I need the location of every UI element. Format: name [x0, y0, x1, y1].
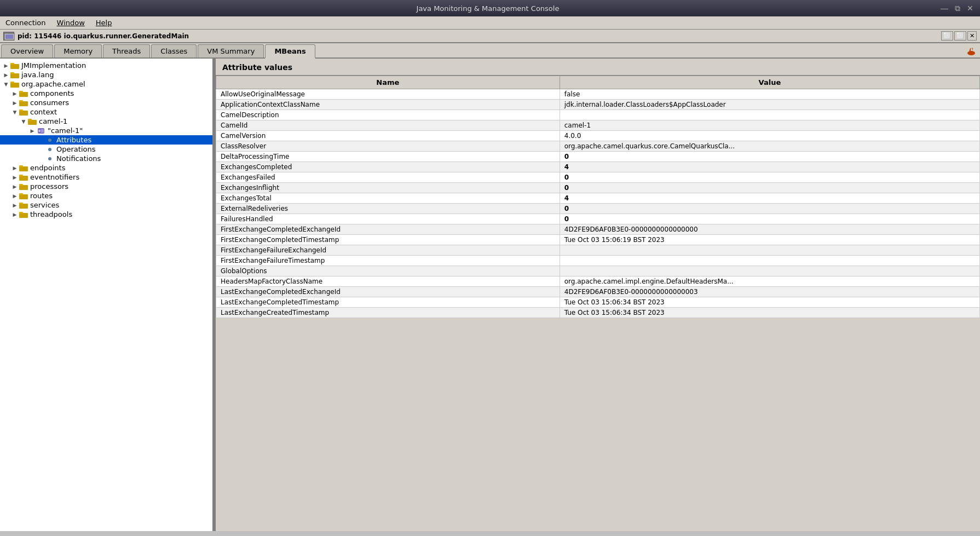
attr-value: 4D2FE9D6AF0B3E0-0000000000000003 [560, 287, 979, 297]
tree-item-components[interactable]: ▶components [0, 89, 212, 98]
tree-item-services[interactable]: ▶services [0, 200, 212, 210]
tree-item-routes[interactable]: ▶routes [0, 191, 212, 200]
table-row[interactable]: ApplicationContextClassNamejdk.internal.… [216, 100, 980, 110]
attr-name: FailuresHandled [216, 214, 560, 224]
attr-name: FirstExchangeFailureTimestamp [216, 256, 560, 266]
window-title: Java Monitoring & Management Console [37, 4, 938, 13]
table-row[interactable]: LastExchangeCompletedExchangeId4D2FE9D6A… [216, 287, 980, 297]
table-row[interactable]: FirstExchangeCompletedTimestampTue Oct 0… [216, 235, 980, 245]
menu-window[interactable]: Window [54, 18, 88, 28]
attr-value: 0 [560, 214, 979, 224]
tree-item-operations[interactable]: Operations [0, 145, 212, 154]
tree-item-endpoints[interactable]: ▶endpoints [0, 163, 212, 172]
attr-value: 4.0.0 [560, 131, 979, 141]
tab-classes[interactable]: Classes [151, 44, 197, 57]
attr-value: 0 [560, 172, 979, 183]
svg-point-24 [48, 157, 51, 160]
table-row[interactable]: DeltaProcessingTime0 [216, 152, 980, 162]
menu-help[interactable]: Help [93, 18, 116, 28]
svg-rect-28 [19, 175, 23, 176]
table-row[interactable]: FirstExchangeCompletedExchangeId4D2FE9D6… [216, 224, 980, 235]
table-row[interactable]: GlobalOptions [216, 266, 980, 276]
close-button[interactable]: ✕ [965, 3, 976, 14]
svg-rect-36 [19, 212, 23, 214]
close-small-button[interactable]: ✕ [967, 31, 977, 41]
attr-name: ClassResolver [216, 141, 560, 152]
table-row[interactable]: FailuresHandled0 [216, 214, 980, 224]
tree-item-eventnotifiers[interactable]: ▶eventnotifiers [0, 172, 212, 182]
svg-rect-9 [19, 92, 28, 97]
tree-item-context[interactable]: ▼context [0, 107, 212, 117]
tab-memory[interactable]: Memory [54, 44, 102, 57]
connection-icon [3, 32, 14, 41]
tree-icon-operations [45, 146, 55, 153]
table-row[interactable]: ExchangesCompleted4 [216, 162, 980, 172]
tree-item-camel-1[interactable]: ▼camel-1 [0, 117, 212, 126]
tree-panel[interactable]: ▶JMImplementation▶java.lang▼org.apache.c… [0, 59, 214, 531]
table-row[interactable]: CamelVersion4.0.0 [216, 131, 980, 141]
table-row[interactable]: ExchangesInflight0 [216, 183, 980, 193]
tree-label-components: components [30, 89, 74, 97]
attribute-table-container[interactable]: Name Value AllowUseOriginalMessagefalseA… [216, 76, 980, 531]
tree-toggle-org-apache-camel: ▼ [2, 82, 10, 87]
tree-item-consumers[interactable]: ▶consumers [0, 98, 212, 107]
tab-vm-summary[interactable]: VM Summary [198, 44, 264, 57]
attr-value: 4 [560, 193, 979, 204]
minimize-button[interactable]: — [938, 3, 950, 14]
tree-label-attributes: Attributes [56, 136, 91, 144]
svg-rect-12 [19, 100, 23, 102]
attr-name: CamelDescription [216, 110, 560, 120]
attr-name: LastExchangeCompletedTimestamp [216, 297, 560, 308]
table-row[interactable]: LastExchangeCreatedTimestampTue Oct 03 1… [216, 308, 980, 318]
tree-label-jmimplementation: JMImplementation [21, 61, 86, 70]
tree-toggle-endpoints: ▶ [11, 165, 19, 171]
table-row[interactable]: FirstExchangeFailureTimestamp [216, 256, 980, 266]
attr-name: ExternalRedeliveries [216, 204, 560, 214]
tree-item-org-apache-camel[interactable]: ▼org.apache.camel [0, 79, 212, 89]
tree-item-processors[interactable]: ▶processors [0, 182, 212, 191]
table-row[interactable]: ClassResolverorg.apache.camel.quarkus.co… [216, 141, 980, 152]
tree-item-camel-1-bean[interactable]: ▶"camel-1" [0, 126, 212, 135]
tree-item-java-lang[interactable]: ▶java.lang [0, 70, 212, 79]
attr-value: 0 [560, 152, 979, 162]
maximize-small-button[interactable]: ⬜ [954, 31, 966, 41]
tab-bar: Overview Memory Threads Classes VM Summa… [0, 43, 980, 59]
svg-point-22 [48, 139, 51, 142]
table-row[interactable]: CamelIdcamel-1 [216, 120, 980, 131]
tab-mbeans[interactable]: MBeans [265, 44, 315, 59]
restore-small-button[interactable]: ⬜ [941, 31, 953, 41]
attr-name: LastExchangeCompletedExchangeId [216, 287, 560, 297]
tree-item-jmimplementation[interactable]: ▶JMImplementation [0, 61, 212, 70]
tab-threads[interactable]: Threads [103, 44, 150, 57]
tree-label-java-lang: java.lang [21, 71, 54, 79]
attr-name: ExchangesCompleted [216, 162, 560, 172]
table-row[interactable]: ExchangesFailed0 [216, 172, 980, 183]
attr-name: FirstExchangeCompletedExchangeId [216, 224, 560, 235]
svg-rect-26 [19, 165, 23, 167]
table-row[interactable]: CamelDescription [216, 110, 980, 120]
window-controls[interactable]: — ⧉ ✕ [938, 3, 976, 14]
tab-overview[interactable]: Overview [1, 44, 53, 57]
table-row[interactable]: AllowUseOriginalMessagefalse [216, 89, 980, 100]
svg-rect-15 [28, 120, 37, 125]
col-value-header: Value [560, 76, 979, 89]
tree-item-attributes[interactable]: Attributes [0, 135, 212, 145]
table-row[interactable]: HeadersMapFactoryClassNameorg.apache.cam… [216, 276, 980, 287]
attribute-table: Name Value AllowUseOriginalMessagefalseA… [216, 76, 980, 318]
table-row[interactable]: FirstExchangeFailureExchangeId [216, 245, 980, 256]
tree-label-consumers: consumers [30, 99, 69, 107]
tree-item-notifications[interactable]: Notifications [0, 154, 212, 163]
svg-point-23 [48, 148, 51, 151]
restore-button[interactable]: ⧉ [953, 3, 962, 14]
svg-rect-1 [5, 34, 13, 39]
table-row[interactable]: LastExchangeCompletedTimestampTue Oct 03… [216, 297, 980, 308]
attr-value: 4 [560, 162, 979, 172]
table-row[interactable]: ExternalRedeliveries0 [216, 204, 980, 214]
table-row[interactable]: ExchangesTotal4 [216, 193, 980, 204]
connection-buttons[interactable]: ⬜ ⬜ ✕ [941, 31, 977, 41]
tree-icon-processors [19, 183, 28, 191]
attr-value [560, 110, 979, 120]
menu-connection[interactable]: Connection [2, 18, 49, 28]
tree-item-threadpools[interactable]: ▶threadpools [0, 210, 212, 219]
svg-rect-32 [19, 193, 23, 195]
